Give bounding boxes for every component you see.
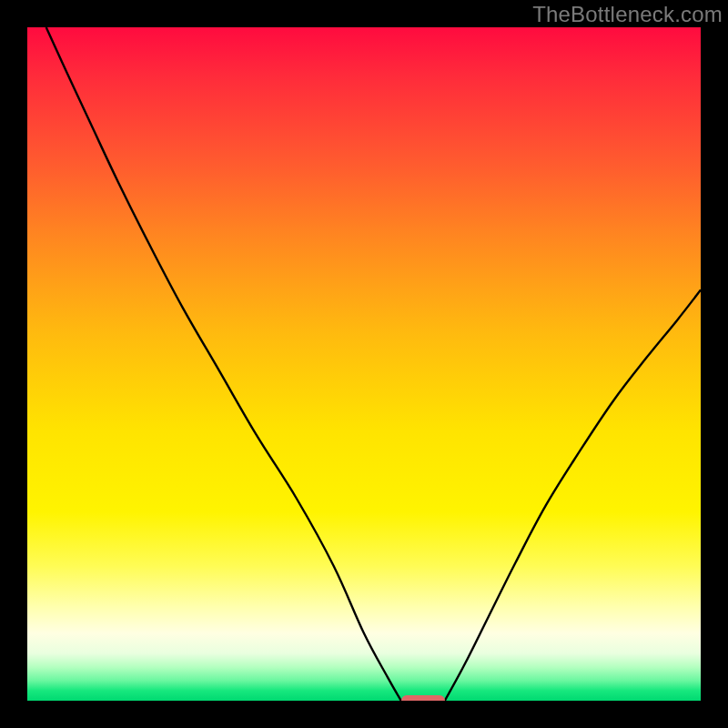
chart-frame: TheBottleneck.com [0,0,728,728]
minimum-marker [401,695,445,701]
watermark-text: TheBottleneck.com [532,2,723,27]
curve-left-branch [46,27,401,701]
curve-right-branch [445,290,701,701]
bottleneck-curve [27,27,701,701]
plot-area [27,27,701,701]
